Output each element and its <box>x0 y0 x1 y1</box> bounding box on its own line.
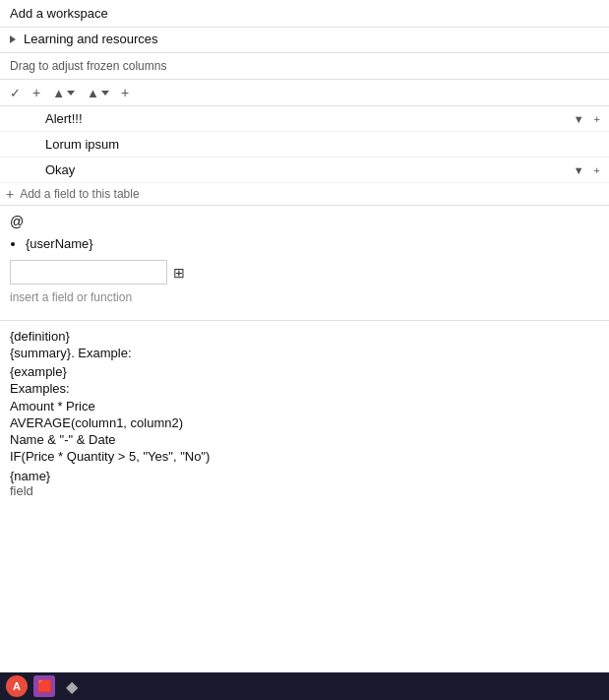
taskbar-avatar[interactable]: A <box>6 675 28 697</box>
field-list: {userName} <box>26 235 599 252</box>
help-example-1: AVERAGE(column1, column2) <box>10 414 599 431</box>
row-cell-2: Lorum ipsum <box>41 137 603 152</box>
formula-input[interactable] <box>10 260 167 285</box>
triangle-icon-2: ▲ <box>87 86 99 100</box>
triangle-icon-1: ▲ <box>52 86 65 100</box>
row-actions-3: ▼ + <box>571 163 603 177</box>
learning-link[interactable]: Learning and resources <box>10 32 599 46</box>
add-icon-3: + <box>594 164 600 176</box>
add-field-label: Add a field to this table <box>20 187 139 201</box>
chevron-right-icon <box>10 35 16 43</box>
help-name: {name} <box>10 469 599 483</box>
help-field: field <box>10 483 599 498</box>
add-icon-1: + <box>594 113 600 125</box>
table-section: Alert!!! ▼ + Lorum ipsum Okay ▼ + + <box>0 106 609 206</box>
row-expand-btn-3[interactable]: ▼ <box>571 163 587 177</box>
insert-field-icon[interactable]: ⊞ <box>173 265 185 281</box>
field-item-0[interactable]: {userName} <box>26 235 599 252</box>
row-cell-3: Okay <box>41 162 571 177</box>
row-add-btn-1[interactable]: + <box>591 112 603 126</box>
plus-icon-1: + <box>32 85 40 100</box>
expand-arrow-icon-1: ▼ <box>574 113 584 125</box>
row-cell-1: Alert!!! <box>41 111 571 126</box>
frozen-hint-text: Drag to adjust frozen columns <box>10 59 166 73</box>
expand-arrow-icon-3: ▼ <box>574 164 584 176</box>
help-example-label: {example} <box>10 364 599 379</box>
taskbar-icon-2-label: ◆ <box>66 677 78 696</box>
page-title: Add a workspace <box>10 6 108 21</box>
insert-hint-text: insert a field or function <box>10 290 599 304</box>
check-button[interactable]: ✓ <box>6 84 25 102</box>
formula-at-symbol: @ <box>10 214 599 229</box>
check-icon: ✓ <box>10 86 21 100</box>
triangle-dropdown-2[interactable]: ▲ <box>83 84 113 102</box>
top-bar: Add a workspace <box>0 0 609 28</box>
row-expand-btn-1[interactable]: ▼ <box>571 112 587 126</box>
formula-section: @ {userName} ⊞ insert a field or functio… <box>0 206 609 321</box>
help-definition: {definition} <box>10 329 599 344</box>
plus-button-2[interactable]: + <box>117 83 133 102</box>
taskbar-icon-2[interactable]: ◆ <box>61 675 83 697</box>
triangle-dropdown-1[interactable]: ▲ <box>48 84 79 102</box>
help-examples-header: Examples: <box>10 381 599 396</box>
help-section: {definition} {summary}. Example: {exampl… <box>0 321 609 506</box>
add-field-row[interactable]: + Add a field to this table <box>0 183 609 205</box>
taskbar: A 🟥 ◆ <box>0 672 609 700</box>
row-actions-1: ▼ + <box>571 112 603 126</box>
help-example-2: Name & "-" & Date <box>10 431 599 448</box>
table-row: Lorum ipsum <box>0 132 609 158</box>
dropdown-arrow-2 <box>101 91 109 95</box>
frozen-hint: Drag to adjust frozen columns <box>0 53 609 80</box>
taskbar-icon-1[interactable]: 🟥 <box>33 675 55 697</box>
plus-button-1[interactable]: + <box>29 83 44 102</box>
toolbar-row: ✓ + ▲ ▲ + <box>0 80 609 106</box>
taskbar-icon-1-label: 🟥 <box>37 679 52 693</box>
add-field-plus-icon: + <box>6 186 14 202</box>
table-row: Okay ▼ + <box>0 158 609 183</box>
learning-label: Learning and resources <box>24 32 158 46</box>
learning-section[interactable]: Learning and resources <box>0 28 609 53</box>
avatar-label: A <box>13 680 21 692</box>
help-example-0: Amount * Price <box>10 398 599 414</box>
dropdown-arrow-1 <box>67 91 75 95</box>
formula-input-wrapper: ⊞ <box>10 260 599 285</box>
plus-icon-2: + <box>121 85 129 100</box>
row-add-btn-3[interactable]: + <box>591 163 603 177</box>
help-example-3: IF(Price * Quantity > 5, "Yes", "No") <box>10 448 599 465</box>
table-row: Alert!!! ▼ + <box>0 106 609 132</box>
help-summary: {summary}. Example: <box>10 346 599 360</box>
